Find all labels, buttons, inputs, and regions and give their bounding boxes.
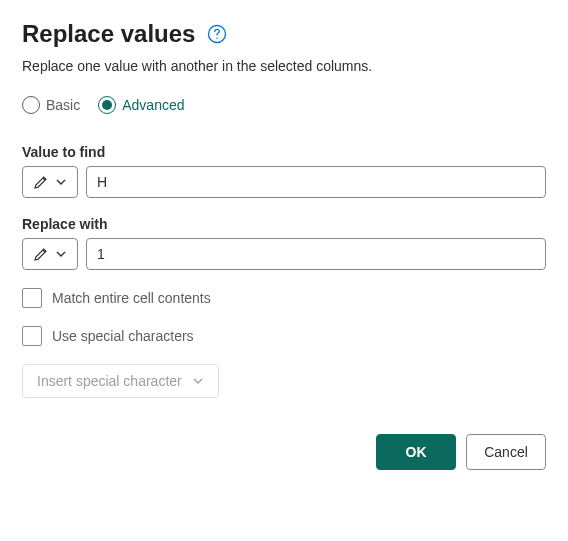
pencil-icon bbox=[33, 174, 49, 190]
radio-circle-icon bbox=[22, 96, 40, 114]
pencil-icon bbox=[33, 246, 49, 262]
dialog-subtitle: Replace one value with another in the se… bbox=[22, 58, 546, 74]
radio-advanced-label: Advanced bbox=[122, 97, 184, 113]
dialog-title: Replace values bbox=[22, 20, 195, 48]
svg-point-1 bbox=[217, 38, 218, 39]
chevron-down-icon bbox=[55, 248, 67, 260]
cancel-button[interactable]: Cancel bbox=[466, 434, 546, 470]
radio-advanced[interactable]: Advanced bbox=[98, 96, 184, 114]
checkbox-box-icon bbox=[22, 326, 42, 346]
value-to-find-type-picker[interactable] bbox=[22, 166, 78, 198]
insert-special-label: Insert special character bbox=[37, 373, 182, 389]
mode-radio-group: Basic Advanced bbox=[22, 96, 546, 114]
insert-special-character-dropdown: Insert special character bbox=[22, 364, 219, 398]
match-entire-label: Match entire cell contents bbox=[52, 290, 211, 306]
chevron-down-icon bbox=[192, 375, 204, 387]
radio-circle-icon bbox=[98, 96, 116, 114]
replace-with-input[interactable] bbox=[86, 238, 546, 270]
ok-button[interactable]: OK bbox=[376, 434, 456, 470]
match-entire-checkbox[interactable]: Match entire cell contents bbox=[22, 288, 546, 308]
use-special-checkbox[interactable]: Use special characters bbox=[22, 326, 546, 346]
use-special-label: Use special characters bbox=[52, 328, 194, 344]
checkbox-box-icon bbox=[22, 288, 42, 308]
radio-basic[interactable]: Basic bbox=[22, 96, 80, 114]
value-to-find-label: Value to find bbox=[22, 144, 546, 160]
replace-with-type-picker[interactable] bbox=[22, 238, 78, 270]
help-icon[interactable] bbox=[207, 24, 227, 44]
chevron-down-icon bbox=[55, 176, 67, 188]
replace-with-label: Replace with bbox=[22, 216, 546, 232]
value-to-find-input[interactable] bbox=[86, 166, 546, 198]
radio-basic-label: Basic bbox=[46, 97, 80, 113]
